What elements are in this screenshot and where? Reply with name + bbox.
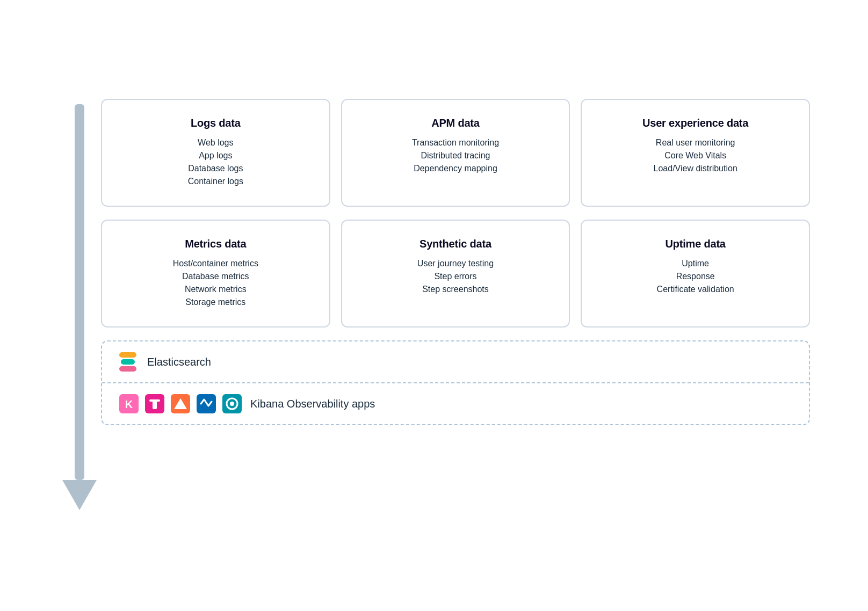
bottom-section: Elasticsearch K (101, 340, 810, 425)
card-item-1-1-0: User journey testing (417, 259, 494, 268)
card-item-0-0-3: Container logs (188, 177, 243, 186)
svg-point-12 (230, 402, 234, 406)
card-item-1-2-2: Certificate validation (657, 285, 734, 294)
apm-app-icon (145, 394, 164, 413)
data-grid-row-1: Logs dataWeb logsApp logsDatabase logsCo… (101, 99, 810, 207)
elasticsearch-row: Elasticsearch (102, 341, 809, 383)
data-card-0-2: User experience dataReal user monitoring… (581, 99, 810, 207)
card-items-0-1: Transaction monitoringDistributed tracin… (412, 138, 499, 173)
metrics-app-icon (197, 394, 216, 413)
kibana-label: Kibana Observability apps (250, 398, 375, 410)
card-item-1-0-3: Storage metrics (173, 297, 258, 307)
svg-text:K: K (125, 398, 133, 410)
card-items-0-0: Web logsApp logsDatabase logsContainer l… (188, 138, 243, 186)
content-column: Logs dataWeb logsApp logsDatabase logsCo… (101, 99, 810, 512)
card-item-0-1-0: Transaction monitoring (412, 138, 499, 148)
data-card-1-2: Uptime dataUptimeResponseCertificate val… (581, 220, 810, 328)
logs-app-icon: K (119, 394, 139, 413)
main-container: Logs dataWeb logsApp logsDatabase logsCo… (58, 77, 810, 534)
elasticsearch-icon (119, 352, 136, 372)
card-items-1-2: UptimeResponseCertificate validation (657, 259, 734, 294)
card-item-1-1-1: Step errors (417, 272, 494, 281)
card-item-1-0-2: Network metrics (173, 285, 258, 294)
card-item-0-2-1: Core Web Vitals (654, 151, 737, 161)
card-items-1-1: User journey testingStep errorsStep scre… (417, 259, 494, 294)
card-items-1-0: Host/container metricsDatabase metricsNe… (173, 259, 258, 307)
card-title-0-1: APM data (431, 117, 480, 129)
card-item-1-2-1: Response (657, 272, 734, 281)
kibana-app-icons: K (119, 394, 242, 413)
card-title-1-1: Synthetic data (419, 238, 491, 250)
card-item-1-0-0: Host/container metrics (173, 259, 258, 268)
card-item-0-1-2: Dependency mapping (412, 164, 499, 173)
card-item-1-2-0: Uptime (657, 259, 734, 268)
card-item-0-2-2: Load/View distribution (654, 164, 737, 173)
elasticsearch-label: Elasticsearch (147, 356, 211, 368)
card-items-0-2: Real user monitoringCore Web VitalsLoad/… (654, 138, 737, 173)
card-title-1-0: Metrics data (185, 238, 246, 250)
data-card-0-0: Logs dataWeb logsApp logsDatabase logsCo… (101, 99, 330, 207)
svg-marker-1 (62, 480, 97, 510)
card-item-1-1-2: Step screenshots (417, 285, 494, 294)
data-card-1-0: Metrics dataHost/container metricsDataba… (101, 220, 330, 328)
card-title-0-0: Logs data (191, 117, 241, 129)
arrow-column (58, 99, 101, 512)
uptime-app-icon (171, 394, 190, 413)
card-item-0-2-0: Real user monitoring (654, 138, 737, 148)
kibana-row: K (102, 383, 809, 424)
card-item-0-0-2: Database logs (188, 164, 243, 173)
data-card-1-1: Synthetic dataUser journey testingStep e… (341, 220, 570, 328)
svg-rect-0 (75, 104, 84, 480)
svg-rect-6 (153, 399, 157, 409)
observability-app-icon (222, 394, 242, 413)
card-title-1-2: Uptime data (666, 238, 726, 250)
card-item-1-0-1: Database metrics (173, 272, 258, 281)
card-item-0-1-1: Distributed tracing (412, 151, 499, 161)
down-arrow-icon (62, 104, 97, 512)
card-item-0-0-0: Web logs (188, 138, 243, 148)
card-item-0-0-1: App logs (188, 151, 243, 161)
card-title-0-2: User experience data (642, 117, 748, 129)
data-card-0-1: APM dataTransaction monitoringDistribute… (341, 99, 570, 207)
data-grid-row-2: Metrics dataHost/container metricsDataba… (101, 220, 810, 328)
